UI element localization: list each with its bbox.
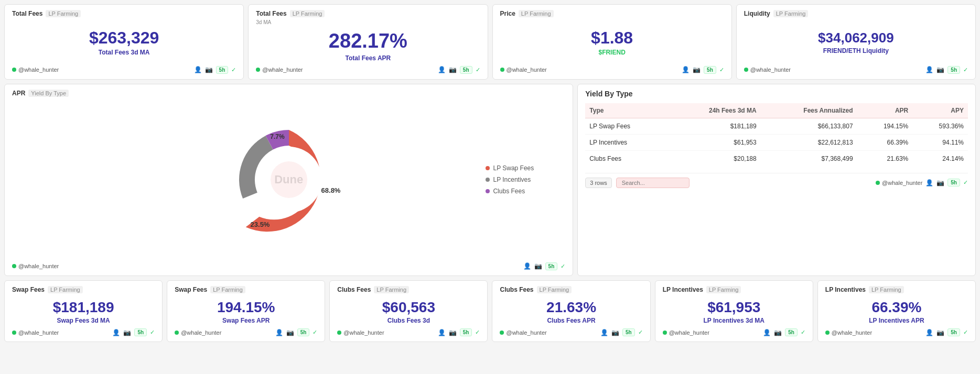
td-fees-3d-ma-2: $20,188 — [667, 150, 761, 167]
username-4: @whale_hunter — [750, 67, 791, 73]
td-apy-1: 94.11% — [912, 134, 968, 150]
image-icon-4: 📷 — [936, 66, 944, 73]
chart-legend: LP Swap Fees LP Incentives Clubs Fees — [486, 164, 534, 195]
bc-value-1: 194.15% — [217, 299, 275, 316]
td-type-2: Clubs Fees — [585, 150, 667, 167]
card-inner-2: 282.17% Total Fees APR — [256, 26, 480, 62]
image-icon-3: 📷 — [693, 66, 701, 73]
footer-icons-1: 👤 📷 5h ✓ — [194, 66, 236, 74]
legend-item-incentives: LP Incentives — [486, 176, 534, 183]
dashboard: Total Fees LP Farming $263,329 Total Fee… — [0, 0, 980, 346]
card-header-1: Total Fees LP Farming — [12, 10, 236, 17]
user-dot-1 — [12, 68, 16, 72]
bc-inner-2: $60,563 Clubs Fees 3d — [337, 295, 480, 325]
user-icon-3: 👤 — [682, 66, 690, 73]
sublabel2: 3d MA — [256, 19, 480, 25]
user-icon-4: 👤 — [925, 66, 933, 73]
user-badge-3: @whale_hunter — [500, 67, 547, 73]
card-inner-4: $34,062,909 FRIEND/ETH Liquidity — [744, 19, 968, 62]
bc-desc-3: Clubs Fees APR — [547, 317, 595, 324]
time-badge-4: 5h — [947, 66, 960, 74]
liquidity-card: Liquidity LP Farming $34,062,909 FRIEND/… — [736, 4, 976, 80]
chart-sublabel: Yield By Type — [28, 90, 69, 97]
card-footer-4: @whale_hunter 👤 📷 5h ✓ — [744, 62, 968, 74]
card-inner-1: $263,329 Total Fees 3d MA — [12, 19, 236, 62]
center-decoration — [271, 161, 307, 198]
bc-sublabel-4: LP Farming — [706, 286, 741, 293]
bc-value-4: $61,953 — [707, 299, 760, 316]
check-icon-1: ✓ — [231, 67, 236, 73]
image-icon-1: 📷 — [205, 66, 213, 73]
bottom-card-1: Swap Fees LP Farming 194.15% Swap Fees A… — [167, 280, 325, 343]
bc-header-3: Clubs Fees LP Farming — [500, 286, 642, 293]
image-icon-2: 📷 — [449, 66, 457, 73]
bottom-card-2: Clubs Fees LP Farming $60,563 Clubs Fees… — [329, 280, 488, 343]
table-user-dot — [876, 181, 880, 185]
user-icon-1: 👤 — [194, 66, 202, 73]
user-dot-2 — [256, 68, 260, 72]
table-header-row: Type 24h Fees 3d MA Fees Annualized APR … — [585, 103, 968, 118]
rows-count-badge: 3 rows — [585, 178, 611, 188]
table-image-icon: 📷 — [936, 179, 944, 186]
time-badge-1: 5h — [216, 66, 229, 74]
bottom-card-3: Clubs Fees LP Farming 21.63% Clubs Fees … — [492, 280, 650, 343]
bc-sublabel-3: LP Farming — [537, 286, 572, 293]
bc-desc-5: LP Incentives APR — [869, 317, 924, 324]
pct-label-incentives: 23.5% — [250, 221, 270, 228]
table-row: LP Incentives $61,953 $22,612,813 66.39%… — [585, 134, 968, 150]
legend-item-clubs: Clubs Fees — [486, 188, 534, 195]
legend-item-swap: LP Swap Fees — [486, 164, 534, 172]
table-card: Yield By Type Type 24h Fees 3d MA Fees A… — [577, 84, 976, 276]
td-fees-ann-0: $66,133,807 — [761, 118, 857, 134]
td-fees-3d-ma-0: $181,189 — [667, 118, 761, 134]
card-label-2: Total Fees — [256, 10, 286, 17]
chart-label: APR — [12, 90, 25, 97]
td-fees-3d-ma-1: $61,953 — [667, 134, 761, 150]
bc-sublabel-1: LP Farming — [210, 286, 245, 293]
check-icon-3: ✓ — [719, 67, 724, 73]
bc-label-3: Clubs Fees — [500, 286, 533, 293]
bc-desc-1: Swap Fees APR — [222, 317, 270, 324]
bc-footer-1: @whale_hunter 👤 📷 5h ✓ — [175, 324, 317, 336]
chart-check-icon: ✓ — [561, 263, 565, 270]
card-header-4: Liquidity LP Farming — [744, 10, 968, 17]
pct-label-clubs: 7.7% — [270, 133, 285, 140]
card-desc-3: $FRIEND — [598, 49, 625, 56]
table-head: Type 24h Fees 3d MA Fees Annualized APR … — [585, 103, 968, 118]
card-sublabel-3: LP Farming — [519, 10, 554, 17]
table-user-icon: 👤 — [925, 179, 933, 186]
table-username: @whale_hunter — [882, 180, 922, 186]
card-label-1: Total Fees — [12, 10, 42, 17]
td-fees-ann-2: $7,368,499 — [761, 150, 857, 167]
bc-footer-5: @whale_hunter 👤 📷 5h ✓ — [825, 324, 968, 336]
bc-label-1: Swap Fees — [175, 286, 207, 293]
total-fees-apr-card: Total Fees LP Farming 3d MA 282.17% Tota… — [248, 4, 488, 80]
td-apr-2: 21.63% — [857, 150, 913, 167]
card-footer-3: @whale_hunter 👤 📷 5h ✓ — [500, 62, 724, 74]
table-search-input[interactable] — [616, 178, 690, 188]
user-badge-4: @whale_hunter — [744, 67, 791, 73]
card-header-3: Price LP Farming — [500, 10, 724, 17]
price-card: Price LP Farming $1.88 $FRIEND @whale_hu… — [492, 4, 732, 80]
username-3: @whale_hunter — [507, 67, 547, 73]
bc-label-4: LP Incentives — [663, 286, 703, 293]
chart-user-badge: @whale_hunter — [12, 263, 59, 269]
chart-header: APR Yield By Type — [12, 90, 565, 97]
data-table: Type 24h Fees 3d MA Fees Annualized APR … — [585, 103, 968, 167]
card-value-2: 282.17% — [329, 29, 407, 53]
bc-value-0: $181,189 — [53, 299, 114, 316]
td-type-0: LP Swap Fees — [585, 118, 667, 134]
legend-label-incentives: LP Incentives — [493, 176, 531, 183]
user-badge-1: @whale_hunter — [12, 67, 59, 73]
bc-label-2: Clubs Fees — [337, 286, 371, 293]
table-footer-right: @whale_hunter 👤 📷 5h ✓ — [876, 179, 968, 186]
card-sublabel-1: LP Farming — [46, 10, 81, 17]
bc-footer-0: @whale_hunter 👤 📷 5h ✓ — [12, 324, 155, 336]
bc-sublabel-0: LP Farming — [48, 286, 83, 293]
footer-icons-2: 👤 📷 5h ✓ — [438, 66, 480, 74]
user-badge-2: @whale_hunter — [256, 67, 303, 73]
card-desc-2: Total Fees APR — [346, 54, 391, 62]
bc-footer-3: @whale_hunter 👤 📷 5h ✓ — [500, 324, 642, 336]
card-label-3: Price — [500, 10, 515, 17]
time-badge-2: 5h — [460, 66, 472, 74]
